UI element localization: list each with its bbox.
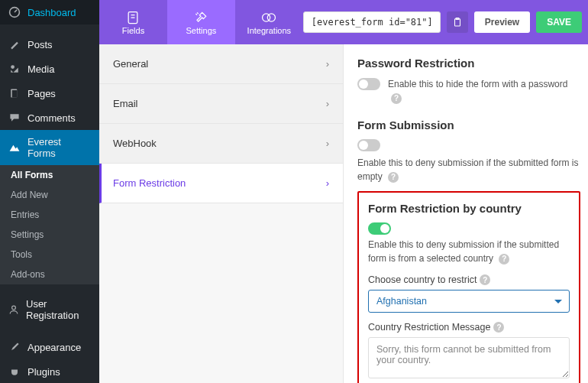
fields-icon [125, 9, 141, 26]
wp-menu-everest-forms[interactable]: Everest Forms [0, 130, 99, 165]
wp-menu-label: Everest Forms [27, 136, 92, 159]
wp-menu-label: Dashboard [27, 7, 76, 18]
comment-icon [8, 112, 21, 124]
wp-menu-appearance[interactable]: Appearance [0, 335, 99, 359]
submenu-all-forms[interactable]: All Forms [0, 165, 99, 185]
accordion-webhook[interactable]: WebHook › [99, 124, 343, 164]
help-icon[interactable]: ? [499, 254, 509, 265]
wp-menu-label: Plugins [27, 366, 60, 378]
form-submission-toggle[interactable] [357, 139, 380, 151]
brush-icon [8, 341, 21, 353]
wp-submenu-everest: All Forms Add New Entries Settings Tools… [0, 165, 99, 284]
country-restriction-toggle[interactable] [368, 222, 391, 235]
wp-menu-comments[interactable]: Comments [0, 105, 99, 130]
wp-menu-user-registration[interactable]: User Registration [0, 292, 99, 327]
country-message-label: Country Restriction Message ? [368, 322, 570, 333]
submenu-addons[interactable]: Add-ons [0, 265, 99, 284]
help-icon[interactable]: ? [388, 172, 399, 183]
accordion-email[interactable]: Email › [99, 84, 343, 124]
user-reg-icon [8, 303, 20, 316]
wp-menu-label: Pages [27, 88, 56, 99]
shortcode-input[interactable] [303, 11, 441, 33]
accordion-form-restriction[interactable]: Form Restriction › [99, 164, 343, 203]
settings-panel: Password Restriction Enable this to hide… [344, 44, 588, 383]
chevron-right-icon: › [326, 177, 329, 189]
wp-menu-posts[interactable]: Posts [0, 32, 99, 57]
help-icon[interactable]: ? [391, 93, 402, 104]
form-submission-title: Form Submission [357, 118, 580, 131]
accordion-label: Form Restriction [113, 177, 186, 189]
wp-menu-label: Media [27, 63, 54, 75]
submenu-entries[interactable]: Entries [0, 205, 99, 225]
submenu-tools[interactable]: Tools [0, 245, 99, 265]
tab-label: Settings [186, 26, 217, 35]
submenu-settings[interactable]: Settings [0, 225, 99, 245]
accordion-label: General [113, 58, 148, 70]
wp-admin-sidebar: Dashboard Posts Media Pages Comments Eve… [0, 0, 99, 383]
svg-rect-3 [12, 90, 17, 98]
country-restriction-desc: Enable this to deny submission if the su… [368, 238, 570, 265]
svg-point-11 [268, 14, 276, 21]
chevron-right-icon: › [326, 98, 329, 109]
password-restriction-toggle[interactable] [357, 78, 380, 90]
wp-menu-dashboard[interactable]: Dashboard [0, 0, 99, 24]
pin-icon [8, 38, 21, 50]
page-icon [8, 87, 21, 99]
chevron-right-icon: › [326, 58, 329, 70]
help-icon[interactable]: ? [480, 274, 490, 285]
everest-icon [8, 141, 21, 154]
wp-menu-media[interactable]: Media [0, 57, 99, 81]
password-restriction-desc: Enable this to hide the form with a pass… [388, 77, 580, 105]
tab-integrations[interactable]: Integrations [235, 0, 303, 44]
plug-icon [8, 365, 21, 378]
preview-button[interactable]: Preview [474, 11, 530, 33]
media-icon [8, 63, 21, 75]
wp-menu-plugins[interactable]: Plugins [0, 359, 99, 383]
tab-label: Fields [122, 26, 144, 35]
country-restriction-section: Form Restriction by country Enable this … [357, 191, 580, 383]
dashboard-icon [8, 6, 21, 18]
svg-rect-12 [454, 19, 460, 26]
submenu-add-new[interactable]: Add New [0, 185, 99, 205]
builder-toolbar: Fields Settings Integrations Preview SAV… [99, 0, 588, 44]
wp-menu-label: Comments [27, 112, 76, 124]
chevron-right-icon: › [326, 138, 329, 149]
country-restriction-title: Form Restriction by country [368, 202, 570, 215]
password-restriction-title: Password Restriction [357, 57, 580, 70]
wp-menu-label: Appearance [27, 342, 81, 353]
settings-accordion: General › Email › WebHook › Form Restric… [99, 44, 344, 383]
form-submission-desc: Enable this to deny submission if the su… [357, 156, 580, 183]
choose-country-label: Choose country to restrict ? [368, 274, 570, 285]
accordion-label: Email [113, 98, 138, 109]
wp-menu-label: User Registration [26, 298, 92, 321]
svg-point-1 [11, 65, 15, 69]
country-select[interactable]: Afghanistan [368, 290, 570, 313]
accordion-label: WebHook [113, 138, 157, 149]
wp-menu-pages[interactable]: Pages [0, 81, 99, 105]
help-icon[interactable]: ? [493, 322, 504, 333]
copy-shortcode-button[interactable] [447, 11, 468, 33]
tab-fields[interactable]: Fields [99, 0, 167, 44]
svg-point-4 [12, 306, 16, 310]
country-message-textarea[interactable] [368, 337, 570, 378]
accordion-general[interactable]: General › [99, 44, 343, 84]
save-button[interactable]: SAVE [536, 11, 582, 33]
wp-menu-label: Posts [27, 39, 53, 50]
clipboard-icon [452, 17, 463, 28]
tab-label: Integrations [247, 26, 291, 35]
tab-settings[interactable]: Settings [167, 0, 235, 44]
integrations-icon [260, 9, 277, 26]
settings-icon [193, 9, 208, 26]
